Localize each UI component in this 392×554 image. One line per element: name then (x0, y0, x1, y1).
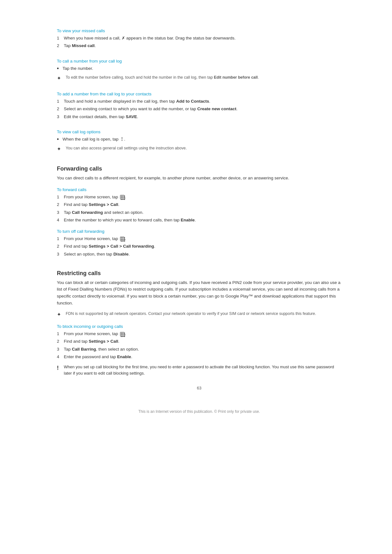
list-item: • When the call log is open, tap ⋮. (57, 136, 341, 143)
list-text: When the call log is open, tap ⋮. (63, 136, 125, 142)
warning-text: When you set up call blocking for the fi… (64, 364, 341, 376)
list-text: Tap Call forwarding and select an option… (64, 209, 143, 216)
list-text: Select an option, then tap Disable. (64, 251, 130, 257)
list-text: Enter the password and tap Enable. (64, 354, 132, 360)
list-item: 1 From your Home screen, tap . (57, 236, 341, 242)
apps-icon (120, 237, 124, 241)
list-text: Tap the number. (63, 65, 93, 72)
list-num: 2 (57, 338, 64, 345)
list-item: 3 Tap Call Barring, then select an optio… (57, 346, 341, 352)
list-num: 3 (57, 251, 64, 257)
list-num: 1 (57, 35, 64, 41)
tip-icon: ✦ (57, 75, 66, 82)
turnoff-forwarding-list: 1 From your Home screen, tap . 2 Find an… (57, 236, 341, 257)
bullet-dot: • (57, 65, 63, 72)
page-number: 63 (57, 386, 341, 390)
list-num: 3 (57, 346, 64, 352)
tip-text: FDN is not supported by all network oper… (66, 311, 316, 317)
call-log-options-list: • When the call log is open, tap ⋮. (57, 136, 341, 143)
block-calls-list: 1 From your Home screen, tap . 2 Find an… (57, 331, 341, 360)
list-num: 2 (57, 43, 64, 49)
call-number-section: To call a number from your call log • Ta… (57, 59, 341, 82)
forwarding-calls-intro: You can direct calls to a different reci… (57, 175, 341, 182)
restricting-calls-tip: ✦ FDN is not supported by all network op… (57, 311, 341, 318)
list-text: From your Home screen, tap . (64, 331, 126, 337)
list-item: 3 Select an option, then tap Disable. (57, 251, 341, 257)
list-num: 2 (57, 243, 64, 250)
list-text: Tap Missed call. (64, 43, 96, 49)
apps-icon (120, 195, 124, 199)
tip-text: To edit the number before calling, touch… (66, 75, 259, 81)
add-number-heading: To add a number from the call log to you… (57, 92, 341, 96)
list-item: 2 Tap Missed call. (57, 43, 341, 49)
list-text: From your Home screen, tap . (64, 194, 126, 200)
restricting-calls-section: Restricting calls You can block all or c… (57, 270, 341, 376)
block-calls-warning: ! When you set up call blocking for the … (57, 364, 341, 376)
tip-icon: ✦ (57, 311, 66, 318)
list-num: 1 (57, 98, 64, 105)
list-num: 1 (57, 331, 64, 337)
restricting-calls-title: Restricting calls (57, 270, 341, 277)
warning-icon: ! (57, 364, 64, 372)
tip-icon: ✦ (57, 145, 66, 153)
list-num: 1 (57, 236, 64, 242)
list-item: 4 Enter the number to which you want to … (57, 217, 341, 223)
missed-calls-section: To view your missed calls 1 When you hav… (57, 28, 341, 49)
list-text: Find and tap Settings > Call. (64, 338, 119, 345)
call-log-options-heading: To view call log options (57, 129, 341, 134)
list-item: 1 Touch and hold a number displayed in t… (57, 98, 341, 105)
forwarding-calls-title: Forwarding calls (57, 166, 341, 172)
forward-calls-list: 1 From your Home screen, tap . 2 Find an… (57, 194, 341, 223)
forwarding-calls-section: Forwarding calls You can direct calls to… (57, 166, 341, 257)
list-item: 2 Find and tap Settings > Call. (57, 202, 341, 208)
list-item: • Tap the number. (57, 65, 341, 72)
list-item: 1 When you have missed a call, ✗ appears… (57, 35, 341, 41)
call-number-heading: To call a number from your call log (57, 59, 341, 63)
list-item: 2 Select an existing contact to which yo… (57, 106, 341, 112)
list-text: Find and tap Settings > Call > Call forw… (64, 243, 155, 250)
list-num: 1 (57, 194, 64, 200)
apps-icon (120, 332, 124, 336)
add-number-section: To add a number from the call log to you… (57, 92, 341, 120)
list-text: Tap Call Barring, then select an option. (64, 346, 139, 352)
block-calls-heading: To block incoming or outgoing calls (57, 324, 341, 329)
turnoff-forwarding-heading: To turn off call forwarding (57, 229, 341, 234)
list-text: Select an existing contact to which you … (64, 106, 238, 112)
list-item: 1 From your Home screen, tap . (57, 194, 341, 200)
list-num: 2 (57, 202, 64, 208)
missed-calls-list: 1 When you have missed a call, ✗ appears… (57, 35, 341, 49)
call-log-options-tip: ✦ You can also access general call setti… (57, 145, 341, 153)
list-num: 3 (57, 114, 64, 120)
list-num: 2 (57, 106, 64, 112)
add-number-list: 1 Touch and hold a number displayed in t… (57, 98, 341, 120)
page-footer: This is an Internet version of this publ… (57, 409, 341, 414)
call-number-list: • Tap the number. (57, 65, 341, 72)
bullet-dot: • (57, 136, 63, 143)
list-text: When you have missed a call, ✗ appears i… (64, 35, 236, 41)
restricting-calls-intro: You can block all or certain categories … (57, 279, 341, 306)
list-num: 4 (57, 217, 64, 223)
list-item: 2 Find and tap Settings > Call > Call fo… (57, 243, 341, 250)
list-item: 2 Find and tap Settings > Call. (57, 338, 341, 345)
list-item: 3 Edit the contact details, then tap SAV… (57, 114, 341, 120)
list-text: Edit the contact details, then tap SAVE. (64, 114, 138, 120)
list-text: Touch and hold a number displayed in the… (64, 98, 210, 105)
list-item: 4 Enter the password and tap Enable. (57, 354, 341, 360)
call-number-tip: ✦ To edit the number before calling, tou… (57, 75, 341, 82)
forward-calls-heading: To forward calls (57, 187, 341, 192)
list-num: 4 (57, 354, 64, 360)
list-text: Find and tap Settings > Call. (64, 202, 119, 208)
list-text: From your Home screen, tap . (64, 236, 126, 242)
call-log-options-section: To view call log options • When the call… (57, 129, 341, 153)
list-item: 1 From your Home screen, tap . (57, 331, 341, 337)
list-item: 3 Tap Call forwarding and select an opti… (57, 209, 341, 216)
list-text: Enter the number to which you want to fo… (64, 217, 196, 223)
missed-calls-heading: To view your missed calls (57, 28, 341, 33)
list-num: 3 (57, 209, 64, 216)
tip-text: You can also access general call setting… (66, 145, 187, 151)
